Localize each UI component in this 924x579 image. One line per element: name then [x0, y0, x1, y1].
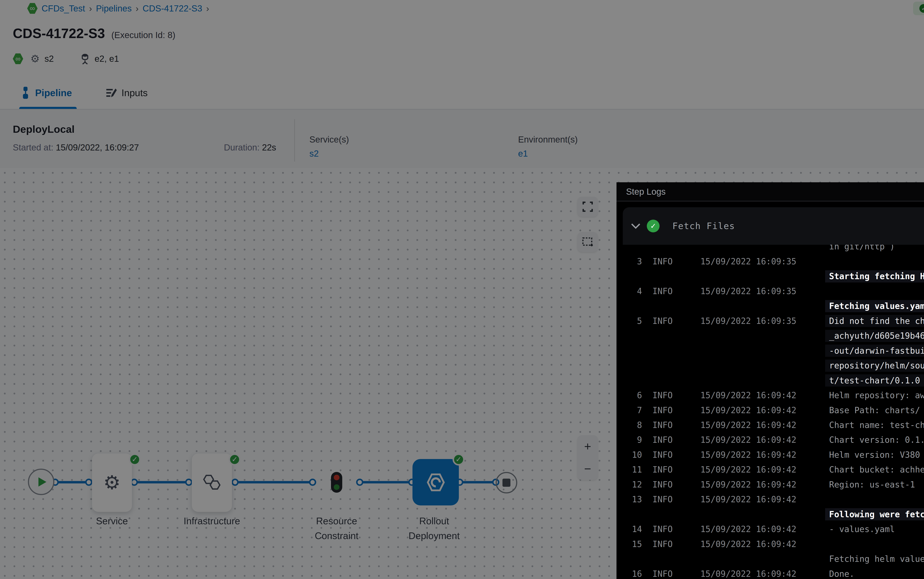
log-line: 16INFO15/09/2022 16:09:42Done. [617, 566, 924, 579]
step-logs-title: Step Logs [626, 186, 666, 197]
log-line: 9INFO15/09/2022 16:09:42Chart version: 0… [617, 433, 924, 447]
log-line: _achyuth/d605e19b46448ceaacb01fb4c19633a… [617, 328, 924, 343]
log-line: 5INFO15/09/2022 16:09:35Did not find the… [617, 314, 924, 328]
log-line: 12INFO15/09/2022 16:09:42Region: us-east… [617, 477, 924, 492]
log-line: 10INFO15/09/2022 16:09:42Helm version: V… [617, 447, 924, 462]
step-logs-drawer: Step Logs Console View in git/http )3INF… [617, 182, 924, 579]
log-line: 6INFO15/09/2022 16:09:42Helm repository:… [617, 388, 924, 402]
step-logs-header: Step Logs Console View [617, 182, 924, 201]
log-line: 3INFO15/09/2022 16:09:35 [617, 254, 924, 269]
log-line: 8INFO15/09/2022 16:09:42Chart name: test… [617, 418, 924, 432]
log-lines: in git/http )3INFO15/09/2022 16:09:35Sta… [617, 239, 924, 579]
log-view[interactable]: in git/http )3INFO15/09/2022 16:09:35Sta… [617, 203, 924, 579]
log-line: t/test-chart/0.1.0 [617, 373, 924, 388]
log-line: repository/helm/source/93602db7-89f2-317… [617, 358, 924, 373]
log-line: 14INFO15/09/2022 16:09:42- values.yaml [617, 522, 924, 536]
log-line: Fetching helm values completed successfu… [617, 551, 924, 566]
step-success-icon: ✓ [647, 220, 660, 232]
log-line: 11INFO15/09/2022 16:09:42Chart bucket: a… [617, 462, 924, 477]
log-line: Fetching values.yaml from helm chart rep… [617, 299, 924, 313]
log-line: 4INFO15/09/2022 16:09:35 [617, 284, 924, 299]
step-section-fetch-files[interactable]: ✓ Fetch Files ↑ ↓ 9s [623, 207, 924, 245]
log-line: -out/darwin-fastbuild/bin/260-delegate/e… [617, 343, 924, 358]
chevron-down-icon[interactable] [631, 223, 640, 229]
log-line: 15INFO15/09/2022 16:09:42 [617, 536, 924, 551]
log-line: 7INFO15/09/2022 16:09:42Base Path: chart… [617, 403, 924, 418]
step-section-title: Fetch Files [673, 221, 735, 231]
log-line: Following were fetched successfully : [617, 507, 924, 522]
log-line: 13INFO15/09/2022 16:09:42 [617, 492, 924, 507]
log-line: Starting fetching Helm values [617, 269, 924, 284]
